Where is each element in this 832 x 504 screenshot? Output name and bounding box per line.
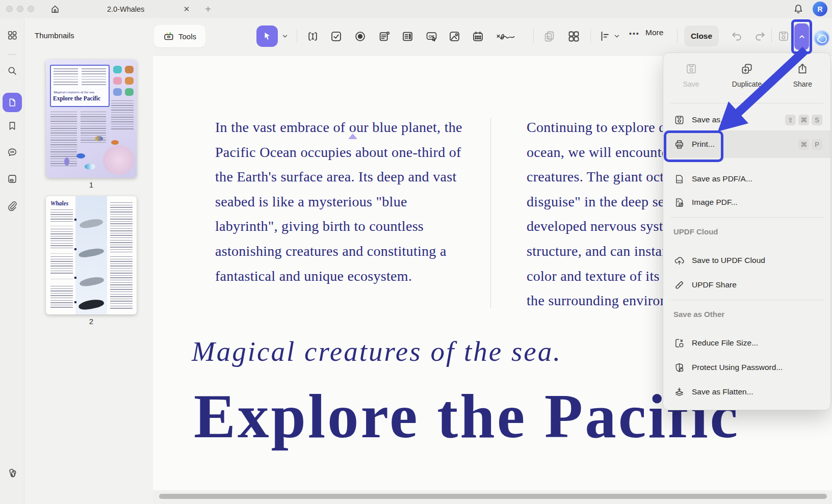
attachments-paperclip-icon[interactable] [7,200,18,211]
save-dropdown-menu: Save Duplicate Share Save as... ⇧ ⌘ S Pr [663,52,831,410]
page1-mini-subtitle: Magical creatures of the sea. [54,90,95,94]
window-titlebar: 2.0-Whales ✕ + R [0,0,832,18]
page2-mini-title: Whales [50,200,68,206]
menu-section-save-as-other: Save as Other [673,310,724,319]
save-icon [685,62,698,75]
traffic-light-zoom[interactable] [28,6,34,12]
undo-icon[interactable] [730,30,743,43]
ok-button-tool-icon[interactable]: OK [425,30,438,43]
menu-divider [670,300,823,300]
link-icon [673,279,685,291]
page2-text [50,209,73,223]
menu-item-save-as-pdfa[interactable]: PDF/A Save as PDF/A... [663,167,830,191]
menu-item-updf-share[interactable]: UPDF Share [663,273,830,297]
annotation-highlight-print-item [664,130,723,162]
menu-divider [670,217,823,218]
menu-action-save[interactable]: Save [663,62,719,88]
toolbar-divider [533,29,534,43]
save-as-icon [673,114,685,126]
coral-image [125,77,134,85]
image-tool-icon[interactable] [448,30,461,43]
close-button[interactable]: Close [684,25,719,46]
shortcut-key: ⌘ [798,139,809,150]
share-icon [796,62,809,75]
squid-image [64,157,69,166]
select-tool-button[interactable] [256,25,278,47]
toolbar-divider [297,29,297,43]
save-menu-toggle-button[interactable] [794,23,809,50]
thumbnails-header: Thumbnails [35,31,74,40]
fish-image [76,153,85,158]
traffic-light-minimize[interactable] [17,6,23,12]
page-thumbnail-1[interactable]: Magical creatures of the sea. Explore th… [46,60,137,178]
traffic-light-close[interactable] [6,6,13,12]
menu-action-duplicate[interactable]: Duplicate [719,62,774,88]
swatches-icon[interactable] [7,467,19,479]
chevron-up-icon [797,32,807,41]
cloud-upload-icon [673,255,685,267]
toolbar-divider [677,29,678,43]
redo-icon[interactable] [753,30,767,43]
select-tool-chevron-icon[interactable] [281,33,289,40]
pdfa-icon: PDF/A [673,173,685,185]
whale-bullet [74,248,76,250]
menu-item-reduce-file-size[interactable]: Reduce File Size... [663,331,830,355]
home-button[interactable] [47,2,63,17]
menu-item-save-to-updf-cloud[interactable]: Save to UPDF Cloud [663,249,830,272]
more-dots-icon[interactable]: ••• [629,30,640,38]
page2-text [110,202,133,252]
page-thumbnails-icon [7,97,17,108]
page2-text [50,286,73,308]
date-field-tool-icon[interactable] [471,30,485,43]
signature-tool-icon[interactable] [496,30,516,43]
copy-pages-icon[interactable] [542,30,556,43]
avatar[interactable]: R [813,2,827,16]
coral-image [125,66,134,73]
shortcut-key: S [812,115,822,125]
apps-grid-icon[interactable] [7,30,18,41]
menu-item-image-pdf[interactable]: A Image PDF... [663,191,830,214]
bookmarks-icon[interactable] [7,120,18,131]
coral-photo [103,145,135,175]
flatten-layers-icon [673,386,685,398]
text-field-tool-icon[interactable] [306,30,320,43]
fish-image [95,136,103,141]
menu-item-save-as[interactable]: Save as... ⇧ ⌘ S [663,108,830,131]
menu-action-share[interactable]: Share [775,62,830,88]
page-thumbnail-2[interactable]: Whales [46,196,137,314]
form-fields-icon[interactable] [7,173,18,184]
new-tab-button[interactable]: + [202,3,214,15]
notifications-bell-icon[interactable] [792,3,804,15]
document-left-column: In the vast embrace of our blue planet, … [215,115,462,288]
horizontal-scrollbar[interactable] [159,494,827,499]
alignment-tool-icon[interactable] [599,30,612,43]
search-icon[interactable] [7,65,18,76]
list-box-tool-icon[interactable] [401,30,414,43]
more-button[interactable]: More [645,28,663,37]
menu-item-protect-using-password[interactable]: Protect Using Password... [663,356,830,379]
page-grid-view-icon[interactable] [567,30,581,43]
toolbar-divider [590,29,591,43]
page1-mini-title: Explore the Pacific [53,95,100,101]
comments-icon[interactable] [7,147,18,158]
sidebar-item-thumbnails[interactable] [3,93,22,112]
tools-button[interactable]: Tools [154,25,205,47]
tab-close-icon[interactable]: ✕ [181,4,192,14]
menu-item-save-as-flatten[interactable]: Save as Flatten... [663,380,830,404]
page1-text-column [50,112,77,168]
cursor-icon [262,31,273,42]
document-title: Explore the Pacific [194,380,740,453]
checkbox-tool-icon[interactable] [329,30,343,43]
dropdown-field-tool-icon[interactable] [377,30,391,43]
password-shield-icon [673,362,685,374]
radio-button-tool-icon[interactable] [353,30,367,43]
updf-ai-assistant-icon[interactable] [814,30,829,46]
tab-title[interactable]: 2.0-Whales [107,0,144,18]
alignment-chevron-icon[interactable] [613,33,620,40]
shortcut-key: P [812,139,822,150]
page1-minitext [82,68,106,87]
save-icon[interactable] [777,30,790,43]
duplicate-icon [740,62,753,75]
coral-image [125,88,134,96]
coral-image [113,66,122,73]
